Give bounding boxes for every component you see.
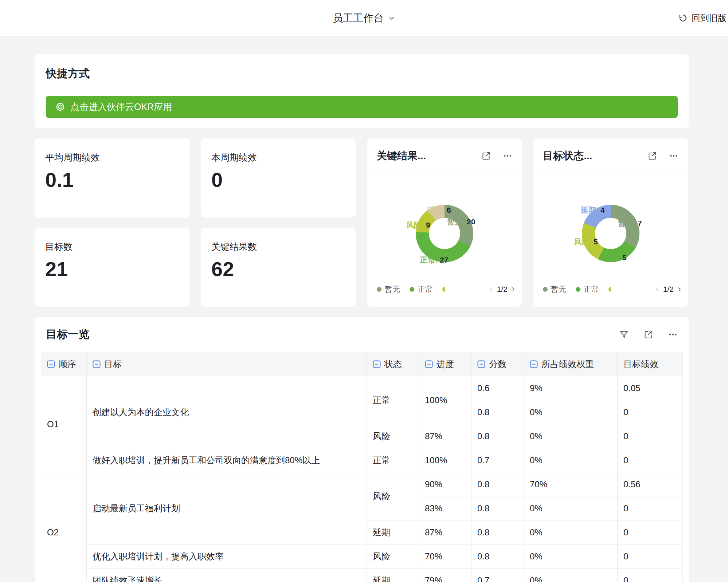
stat-card-current-cycle-performance: 本周期绩效 0	[201, 138, 356, 217]
chevron-down-icon	[388, 15, 395, 22]
column-label: 目标	[104, 358, 122, 370]
pager-prev-icon[interactable]	[489, 287, 494, 292]
table-cell: 0	[618, 544, 683, 569]
table-row: 做好入职培训，提升新员工和公司双向的满意度到80%以上正常100%0.70%0	[41, 448, 683, 472]
more-options-icon[interactable]	[503, 151, 512, 161]
table-cell: 0	[618, 400, 683, 424]
back-to-old-version-link[interactable]: 回到旧版	[678, 0, 727, 36]
table-cell: O2	[41, 472, 87, 582]
table-cell: 创建以人为本的企业文化	[87, 376, 367, 448]
donut-label-normal: 正常:27	[420, 255, 448, 265]
pager-label: 1/2	[497, 285, 508, 294]
open-in-new-icon[interactable]	[647, 151, 657, 161]
table-row: 优化入职培训计划，提高入职效率风险70%0.80%0	[41, 544, 683, 569]
table-cell: 9%	[524, 376, 618, 400]
table-cell: 0.7	[471, 569, 524, 582]
table-cell: 优化入职培训计划，提高入职效率	[87, 544, 367, 569]
donut-label-normal: 正常:5	[603, 252, 627, 263]
table-cell: 风险	[367, 424, 419, 448]
table-cell: 0.7	[471, 448, 524, 472]
shortcuts-title: 快捷方式	[46, 66, 678, 81]
table-cell: 延期	[367, 569, 419, 582]
stat-value: 21	[45, 258, 179, 280]
top-bar: 员工工作台 回到旧版	[0, 0, 728, 36]
column-label: 目标绩效	[623, 358, 658, 370]
table-cell: 0%	[524, 544, 618, 569]
donut-label-risk: 风险:9	[406, 220, 430, 230]
table-row: O2启动最新员工福利计划风险90%0.870%0.56	[41, 472, 683, 496]
legend-label: 暂无	[385, 284, 400, 294]
objectives-table-head: 顺序 目标 状态 进度 分数 所占绩效权	[41, 352, 683, 376]
donut-label-delayed: 延期:6	[427, 205, 451, 215]
table-cell: 70%	[419, 544, 471, 569]
shortcuts-card: 快捷方式 点击进入伙伴云OKR应用	[35, 54, 689, 128]
collapse-column-icon[interactable]	[477, 360, 485, 368]
column-label: 分数	[489, 358, 506, 370]
objectives-title: 目标一览	[46, 327, 619, 342]
table-cell: 0.8	[471, 520, 524, 544]
table-cell: 0.6	[471, 376, 524, 400]
table-cell: 正常	[367, 376, 419, 424]
table-cell: 0.8	[471, 424, 524, 448]
pager-prev-icon[interactable]	[655, 287, 660, 292]
open-in-new-icon[interactable]	[643, 330, 653, 339]
more-options-icon[interactable]	[668, 330, 678, 339]
pager-next-icon[interactable]	[677, 287, 682, 292]
key-results-chart-card: 关键结果... 延期:6 暂无:20 风险:9 正常:27 暂无 正常	[367, 138, 522, 307]
stats-section: 平均周期绩效 0.1 本周期绩效 0 关键结果...	[35, 138, 689, 307]
stat-card-objective-count: 目标数 21	[35, 228, 189, 307]
table-cell: 0%	[524, 448, 618, 472]
stat-label: 本周期绩效	[211, 152, 345, 164]
table-cell: 0.8	[471, 496, 524, 520]
donut-label-delayed: 延期:4	[581, 205, 605, 215]
column-label: 顺序	[59, 358, 76, 370]
collapse-column-icon[interactable]	[47, 360, 55, 368]
collapse-column-icon[interactable]	[373, 360, 381, 368]
stat-value: 62	[211, 258, 345, 280]
table-cell: 70%	[524, 472, 618, 496]
target-icon	[55, 102, 65, 112]
chart-card-header: 关键结果...	[367, 138, 522, 173]
collapse-column-icon[interactable]	[93, 360, 101, 368]
filter-icon[interactable]	[619, 330, 629, 339]
okr-app-button[interactable]: 点击进入伙伴云OKR应用	[46, 96, 678, 118]
legend-item[interactable]: 正常	[576, 284, 599, 294]
donut-label-risk: 风险:5	[574, 237, 598, 247]
legend-dot	[410, 287, 414, 292]
chart-title: 目标状态...	[543, 149, 647, 163]
restore-icon	[678, 13, 688, 23]
chart-card-header: 目标状态...	[533, 138, 688, 173]
column-header-progress: 进度	[419, 352, 471, 376]
column-header-score: 分数	[471, 352, 524, 376]
legend-label: 正常	[584, 284, 599, 294]
page-title: 员工工作台	[333, 11, 384, 25]
stat-label: 关键结果数	[211, 241, 345, 253]
pager-next-icon[interactable]	[510, 287, 516, 292]
open-in-new-icon[interactable]	[481, 151, 491, 161]
divider	[497, 152, 497, 160]
stat-value: 0	[211, 169, 345, 191]
table-row: 团队绩效飞速增长延期79%0.70%0	[41, 569, 683, 582]
more-options-icon[interactable]	[669, 151, 678, 161]
table-cell: 0%	[524, 569, 618, 582]
objectives-card-header: 目标一览	[41, 317, 683, 352]
legend-item[interactable]: 暂无	[377, 284, 400, 294]
table-cell: 0	[618, 496, 683, 520]
legend-item[interactable]: 正常	[410, 284, 433, 294]
okr-app-button-label: 点击进入伙伴云OKR应用	[70, 101, 172, 113]
table-cell: 团队绩效飞速增长	[87, 569, 367, 582]
chart-legend: 暂无 正常 1/2	[377, 284, 516, 294]
column-header-weight: 所占绩效权重	[524, 352, 618, 376]
workspace-switcher[interactable]: 员工工作台	[333, 0, 395, 36]
donut-label-none: 暂无:7	[618, 218, 642, 228]
column-label: 进度	[437, 358, 454, 370]
legend-item[interactable]: 暂无	[543, 284, 566, 294]
legend-label: 正常	[418, 284, 433, 294]
legend-label: 暂无	[551, 284, 566, 294]
collapse-column-icon[interactable]	[530, 360, 538, 368]
collapse-column-icon[interactable]	[425, 360, 433, 368]
stat-label: 目标数	[45, 241, 179, 253]
table-cell: 87%	[419, 520, 471, 544]
table-cell: 正常	[367, 448, 419, 472]
column-header-objective-performance: 目标绩效	[618, 352, 683, 376]
